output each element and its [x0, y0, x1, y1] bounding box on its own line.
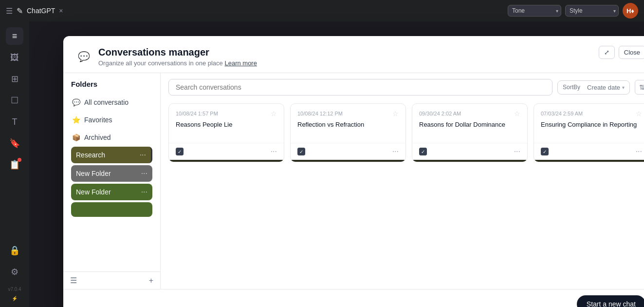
- conv-card-1-footer: ✓ ···: [291, 143, 405, 160]
- conv-card-0-body: 10/08/24 1:57 PM ☆ Reasons People Lie: [169, 104, 284, 143]
- folder-item-archived[interactable]: 📦 Archived ···: [67, 129, 156, 146]
- modal-body: Folders 💬 All conversatio ··· ⭐ Favorite…: [63, 73, 644, 289]
- sidebar-item-settings[interactable]: ⚙: [6, 263, 23, 281]
- new-folder-1-label: New Folder: [76, 170, 138, 177]
- conv-card-2-checkbox[interactable]: ✓: [419, 148, 427, 155]
- favorites-icon: ⭐: [72, 116, 80, 124]
- avatar[interactable]: H♦: [623, 3, 638, 19]
- conv-card-2-date: 09/30/24 2:02 AM ☆: [419, 110, 520, 117]
- chatgpt-icon: ✎: [17, 6, 23, 16]
- conv-card-3-more[interactable]: ···: [636, 147, 642, 156]
- conv-card-1-checkbox[interactable]: ✓: [297, 148, 305, 155]
- conv-card-2-star[interactable]: ☆: [514, 110, 520, 117]
- conv-card-2-bar: [412, 160, 527, 162]
- topbar-controls: Tone Style H♦: [508, 3, 638, 19]
- modal-header-text: Conversations manager Organize all your …: [98, 46, 257, 67]
- favorites-label: Favorites: [84, 116, 141, 124]
- conv-card-3[interactable]: 07/03/24 2:59 AM ☆ Ensuring Compliance i…: [534, 103, 644, 162]
- conv-card-3-body: 07/03/24 2:59 AM ☆ Ensuring Compliance i…: [534, 104, 644, 143]
- sidebar-item-canvas[interactable]: ☐: [6, 92, 23, 109]
- conv-card-3-checkbox[interactable]: ✓: [541, 148, 549, 155]
- conv-card-1-star[interactable]: ☆: [392, 110, 399, 117]
- conv-card-2-more[interactable]: ···: [514, 147, 520, 156]
- conv-card-1-more[interactable]: ···: [392, 147, 399, 156]
- conv-card-3-title: Ensuring Compliance in Reporting: [541, 120, 642, 129]
- folder-item-new1[interactable]: New Folder ···: [71, 165, 152, 182]
- sidebar-toggle-icon[interactable]: ☰: [6, 6, 13, 16]
- sidebar-version: v7.0.4: [8, 287, 21, 292]
- sidebar-item-translate[interactable]: T: [6, 113, 23, 131]
- all-conversations-label: All conversatio: [84, 98, 141, 106]
- app-title: ChatGPT: [27, 7, 55, 15]
- sort-by-label: SortBy: [563, 84, 580, 91]
- conv-search-row: SortBy Create date ▾ ⇅: [161, 73, 644, 101]
- modal-header-left: 💬 Conversations manager Organize all you…: [75, 46, 257, 67]
- sidebar-item-lock[interactable]: 🔒: [6, 242, 23, 259]
- conv-card-0-checkbox[interactable]: ✓: [176, 148, 184, 155]
- modal-header-actions: ⤢ Close: [599, 46, 644, 59]
- modal-title: Conversations manager: [98, 46, 257, 58]
- sidebar-item-bookmark[interactable]: 🔖: [6, 134, 23, 152]
- close-button[interactable]: Close: [619, 46, 644, 59]
- conv-card-0[interactable]: 10/08/24 1:57 PM ☆ Reasons People Lie ✓ …: [168, 103, 284, 162]
- research-label: Research: [76, 151, 137, 159]
- folders-list: 💬 All conversatio ··· ⭐ Favorites ··· 📦 …: [63, 92, 160, 271]
- tone-selector[interactable]: Tone: [508, 5, 561, 17]
- conv-card-1-title: Reflection vs Refraction: [297, 120, 399, 129]
- conv-card-2-footer: ✓ ···: [412, 143, 527, 160]
- style-selector-wrap[interactable]: Style: [565, 5, 619, 17]
- conversations-manager-modal: 💬 Conversations manager Organize all you…: [63, 36, 644, 307]
- folders-add-icon[interactable]: +: [149, 276, 153, 285]
- folders-menu-icon[interactable]: ☰: [70, 276, 77, 285]
- learn-more-link[interactable]: Learn more: [224, 59, 257, 67]
- folder-item-new2[interactable]: New Folder ···: [71, 184, 152, 200]
- conv-card-3-star[interactable]: ☆: [636, 110, 642, 117]
- conv-card-2-title: Reasons for Dollar Dominance: [419, 120, 520, 129]
- folder-item-favorites[interactable]: ⭐ Favorites ···: [67, 112, 156, 128]
- folders-panel: Folders 💬 All conversatio ··· ⭐ Favorite…: [63, 73, 161, 289]
- conv-card-0-footer: ✓ ···: [169, 143, 284, 160]
- conv-card-1-date: 10/08/24 12:12 PM ☆: [297, 110, 399, 117]
- conv-card-0-more[interactable]: ···: [271, 147, 277, 156]
- sort-order-icon[interactable]: ⇅: [635, 80, 644, 95]
- sidebar-item-chat[interactable]: ≡: [6, 27, 23, 45]
- modal-subtitle: Organize all your conversations in one p…: [98, 59, 257, 67]
- conv-card-2-body: 09/30/24 2:02 AM ☆ Reasons for Dollar Do…: [412, 104, 527, 143]
- folder-item-new3[interactable]: [71, 202, 152, 217]
- new-chat-button[interactable]: Start a new chat: [577, 295, 644, 307]
- all-conversations-icon: 💬: [72, 98, 80, 106]
- conversations-panel: SortBy Create date ▾ ⇅ 10/08/24 1:57 PM: [161, 73, 644, 289]
- new-folder-2-more-icon[interactable]: ···: [141, 188, 147, 196]
- sidebar-item-explore[interactable]: ⊞: [6, 70, 23, 88]
- folders-bottom: ☰ +: [63, 271, 160, 289]
- new-folder-1-more-icon[interactable]: ···: [141, 169, 147, 178]
- conversations-icon: 💬: [75, 48, 92, 65]
- app-topbar: ☰ ✎ ChatGPT × Tone Style H♦: [0, 0, 644, 21]
- lightning-icon: ⚡: [12, 296, 18, 301]
- folder-item-all[interactable]: 💬 All conversatio ···: [67, 94, 156, 111]
- conv-card-2[interactable]: 09/30/24 2:02 AM ☆ Reasons for Dollar Do…: [412, 103, 528, 162]
- conv-card-1[interactable]: 10/08/24 12:12 PM ☆ Reflection vs Refrac…: [290, 103, 406, 162]
- modal-header: 💬 Conversations manager Organize all you…: [63, 36, 644, 73]
- conv-card-1-bar: [291, 160, 405, 162]
- search-input[interactable]: [168, 79, 552, 96]
- conv-card-0-title: Reasons People Lie: [176, 120, 277, 129]
- conv-card-0-star[interactable]: ☆: [271, 110, 277, 117]
- conv-card-3-bar: [534, 160, 644, 162]
- sort-by-value: Create date: [587, 84, 620, 91]
- sidebar-item-notification[interactable]: 📋: [6, 156, 23, 173]
- folders-heading: Folders: [63, 73, 160, 92]
- modal-overlay: 💬 Conversations manager Organize all you…: [29, 21, 644, 307]
- style-selector[interactable]: Style: [565, 5, 619, 17]
- sort-by-wrap[interactable]: SortBy Create date ▾: [557, 80, 630, 95]
- tone-selector-wrap[interactable]: Tone: [508, 5, 561, 17]
- folder-item-research[interactable]: Research ···: [71, 147, 152, 163]
- conv-card-0-bar: [169, 160, 284, 162]
- conv-card-1-body: 10/08/24 12:12 PM ☆ Reflection vs Refrac…: [291, 104, 405, 143]
- research-more-icon[interactable]: ···: [140, 151, 146, 159]
- modal-footer: Start a new chat: [63, 289, 644, 307]
- app-close-icon[interactable]: ×: [59, 7, 63, 15]
- sidebar-item-image[interactable]: 🖼: [6, 49, 23, 66]
- archived-icon: 📦: [72, 134, 80, 141]
- expand-button[interactable]: ⤢: [599, 46, 615, 59]
